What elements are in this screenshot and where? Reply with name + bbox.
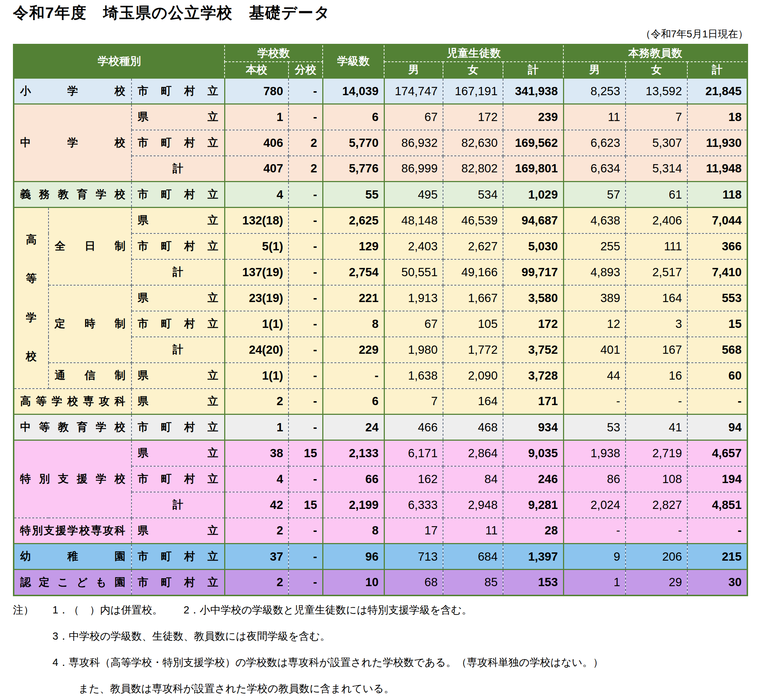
cell: 1(1) — [225, 363, 288, 389]
cell: 6,623 — [564, 130, 626, 156]
cell: 41 — [626, 414, 687, 440]
cell: - — [288, 208, 323, 233]
cell: - — [288, 414, 323, 440]
table-row: 高 等 学 校 全日制 県立 132(18) - 2,625 48,148 46… — [14, 208, 747, 233]
cell: 12 — [564, 311, 626, 337]
cell: 11,948 — [687, 156, 747, 182]
school-type-label: 特別支援学校専攻科 — [14, 518, 132, 544]
cell: 2 — [225, 389, 288, 414]
course-type-label: 通信制 — [49, 363, 132, 389]
header-row-groups: 学校種別 学校数 学級数 児童生徒数 本務教員数 — [14, 45, 747, 62]
establisher-label: 市町村立 — [132, 414, 225, 440]
establisher-label: 市町村立 — [132, 311, 225, 337]
establisher-label: 県立 — [132, 518, 225, 544]
cell: 9,035 — [503, 440, 564, 466]
cell: 30 — [687, 570, 747, 595]
cell: 206 — [626, 544, 687, 570]
school-type-label: 中学校 — [14, 104, 132, 182]
col-header-students-female: 女 — [443, 62, 503, 78]
schools-table: 学校種別 学校数 学級数 児童生徒数 本務教員数 本校 分校 男 女 計 男 女… — [13, 44, 748, 596]
establisher-label: 計 — [132, 492, 225, 518]
cell: 2,517 — [626, 259, 687, 285]
establisher-label: 市町村立 — [132, 182, 225, 208]
cell: 13,592 — [626, 78, 687, 104]
cell: 1(1) — [225, 311, 288, 337]
cell: 407 — [225, 156, 288, 182]
cell: - — [288, 78, 323, 104]
cell: 164 — [626, 285, 687, 311]
col-header-school-type: 学校種別 — [14, 45, 225, 78]
cell: 1,638 — [384, 363, 443, 389]
cell: 86,999 — [384, 156, 443, 182]
as-of-date: （令和7年5月1日現在） — [13, 27, 748, 41]
cell: 2,754 — [323, 259, 384, 285]
cell: 255 — [564, 233, 626, 259]
cell: 2,024 — [564, 492, 626, 518]
cell: 5(1) — [225, 233, 288, 259]
cell: 534 — [443, 182, 503, 208]
cell: 366 — [687, 233, 747, 259]
establisher-label: 市町村立 — [132, 130, 225, 156]
cell: 2,948 — [443, 492, 503, 518]
cell: - — [564, 389, 626, 414]
cell: 1,913 — [384, 285, 443, 311]
col-header-teachers: 本務教員数 — [564, 45, 747, 62]
cell: 5,314 — [626, 156, 687, 182]
cell: 401 — [564, 337, 626, 363]
cell: 246 — [503, 466, 564, 492]
footnote-line-3: 4．専攻科（高等学校・特別支援学校）の学校数は専攻科が設置された学校数である。（… — [52, 656, 603, 669]
col-header-students-male: 男 — [384, 62, 443, 78]
cell: 94 — [687, 414, 747, 440]
school-type-label: 高等学校専攻科 — [14, 389, 132, 414]
cell: 7 — [384, 389, 443, 414]
cell: 6,634 — [564, 156, 626, 182]
cell: 17 — [384, 518, 443, 544]
course-type-label: 全日制 — [49, 208, 132, 285]
cell: 4,893 — [564, 259, 626, 285]
cell: 7 — [626, 104, 687, 130]
page-title: 令和7年度 埼玉県の公立学校 基礎データ — [13, 3, 748, 22]
table-row: 義務教育学校 市町村立 4 - 55 495 534 1,029 57 61 1… — [14, 182, 747, 208]
cell: 137(19) — [225, 259, 288, 285]
cell: 105 — [443, 311, 503, 337]
cell: - — [288, 570, 323, 595]
cell: 2,864 — [443, 440, 503, 466]
cell: 67 — [384, 311, 443, 337]
table-row: 中学校 県立 1 - 6 67 172 239 11 7 18 — [14, 104, 747, 130]
cell: 2,199 — [323, 492, 384, 518]
cell: 94,687 — [503, 208, 564, 233]
cell: 1,772 — [443, 337, 503, 363]
table-row: 定時制 県立 23(19) - 221 1,913 1,667 3,580 38… — [14, 285, 747, 311]
cell: 11 — [564, 104, 626, 130]
cell: 1 — [225, 414, 288, 440]
cell: 55 — [323, 182, 384, 208]
cell: 1,938 — [564, 440, 626, 466]
establisher-label: 県立 — [132, 389, 225, 414]
footnote-line-2: 3．中学校の学級数、生徒数、教員数には夜間学級を含む。 — [52, 630, 330, 643]
cell: 239 — [503, 104, 564, 130]
establisher-label: 市町村立 — [132, 570, 225, 595]
cell: 2,406 — [626, 208, 687, 233]
high-school-vertical-label: 高 等 学 校 — [14, 208, 48, 388]
cell: 4 — [225, 182, 288, 208]
cell: 50,551 — [384, 259, 443, 285]
establisher-label: 計 — [132, 337, 225, 363]
establisher-label: 計 — [132, 156, 225, 182]
school-type-label: 特別支援学校 — [14, 440, 132, 518]
cell: 169,801 — [503, 156, 564, 182]
cell: - — [323, 363, 384, 389]
school-type-label: 中等教育学校 — [14, 414, 132, 440]
cell: 2,827 — [626, 492, 687, 518]
cell: 406 — [225, 130, 288, 156]
cell: 1,667 — [443, 285, 503, 311]
cell: 129 — [323, 233, 384, 259]
cell: 8 — [323, 311, 384, 337]
cell: 18 — [687, 104, 747, 130]
school-type-label: 認定こども園 — [14, 570, 132, 595]
cell: 3 — [626, 311, 687, 337]
cell: 2,625 — [323, 208, 384, 233]
cell: 1,397 — [503, 544, 564, 570]
establisher-label: 市町村立 — [132, 466, 225, 492]
cell: 38 — [225, 440, 288, 466]
table-row: 幼稚園 市町村立 37 - 96 713 684 1,397 9 206 215 — [14, 544, 747, 570]
